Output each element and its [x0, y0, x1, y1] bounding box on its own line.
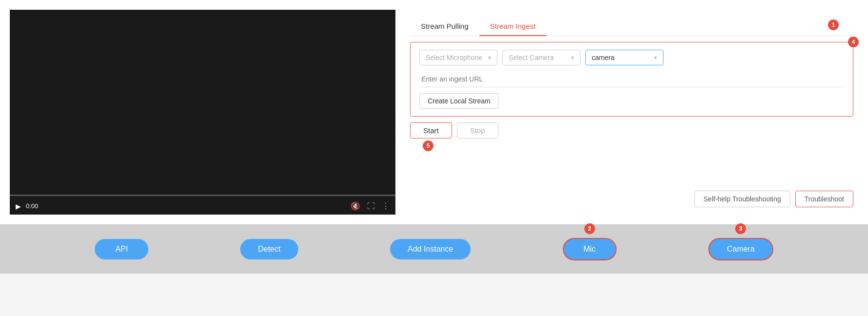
badge-1: 1	[828, 20, 839, 30]
tab-stream-ingest[interactable]: Stream Ingest	[479, 17, 546, 36]
video-player: ▶ 0:00 🔇 ⛶ ⋮	[10, 10, 395, 215]
api-button[interactable]: API	[95, 239, 148, 259]
microphone-label: Select Microphone	[426, 54, 482, 61]
video-progress-bar[interactable]	[10, 195, 395, 196]
time-display: 0:00	[26, 202, 38, 210]
bottom-toolbar: API Detect Add Instance 2 Mic 3 Camera	[0, 225, 868, 274]
right-panel: Stream Pulling Stream Ingest 1 4 Select …	[395, 10, 868, 215]
camera-wrapper: 3 Camera	[708, 238, 773, 260]
mic-wrapper: 2 Mic	[563, 238, 617, 260]
badge-4: 4	[848, 37, 859, 47]
badge-2: 2	[584, 223, 595, 234]
camera-value-select[interactable]: camera ▾	[585, 50, 663, 65]
tabs-row: Stream Pulling Stream Ingest 1	[410, 17, 853, 36]
video-controls: ▶ 0:00 🔇 ⛶ ⋮	[10, 198, 395, 215]
create-local-stream-button[interactable]: Create Local Stream	[419, 93, 498, 109]
camera-label: Select Camera	[509, 54, 554, 61]
mute-icon[interactable]: 🔇	[351, 201, 360, 211]
fullscreen-icon[interactable]: ⛶	[367, 202, 375, 211]
add-instance-wrapper: Add Instance	[390, 239, 471, 259]
video-screen	[10, 10, 395, 198]
play-button[interactable]: ▶	[16, 202, 21, 210]
tab-stream-pulling[interactable]: Stream Pulling	[410, 17, 479, 36]
action-row: Start Stop 5	[410, 122, 853, 138]
detect-button[interactable]: Detect	[240, 239, 298, 259]
selects-row: Select Microphone ▾ Select Camera ▾ came…	[419, 50, 844, 65]
mic-button[interactable]: Mic	[563, 238, 617, 260]
api-wrapper: API	[95, 239, 148, 259]
badge-5: 5	[423, 140, 434, 151]
start-button[interactable]: Start	[410, 122, 452, 138]
more-icon[interactable]: ⋮	[382, 201, 390, 211]
badge-3: 3	[735, 223, 746, 234]
camera-select[interactable]: Select Camera ▾	[502, 50, 580, 65]
chevron-down-icon-3: ▾	[654, 55, 657, 61]
camera-button[interactable]: Camera	[708, 238, 773, 260]
troubleshoot-row: Self-help Troubleshooting Troubleshoot	[410, 181, 853, 207]
chevron-down-icon-2: ▾	[571, 55, 574, 61]
microphone-select[interactable]: Select Microphone ▾	[419, 50, 497, 65]
chevron-down-icon: ▾	[488, 55, 491, 61]
detect-wrapper: Detect	[240, 239, 298, 259]
stop-button[interactable]: Stop	[457, 122, 498, 138]
self-help-troubleshooting-button[interactable]: Self-help Troubleshooting	[694, 191, 790, 207]
add-instance-button[interactable]: Add Instance	[390, 239, 471, 259]
troubleshoot-button[interactable]: Troubleshoot	[795, 191, 853, 207]
video-right-controls: 🔇 ⛶ ⋮	[351, 201, 390, 211]
ingest-config-box: 4 Select Microphone ▾ Select Camera ▾ ca…	[410, 42, 853, 117]
camera-value-label: camera	[592, 54, 615, 61]
ingest-url-input[interactable]	[419, 71, 844, 87]
